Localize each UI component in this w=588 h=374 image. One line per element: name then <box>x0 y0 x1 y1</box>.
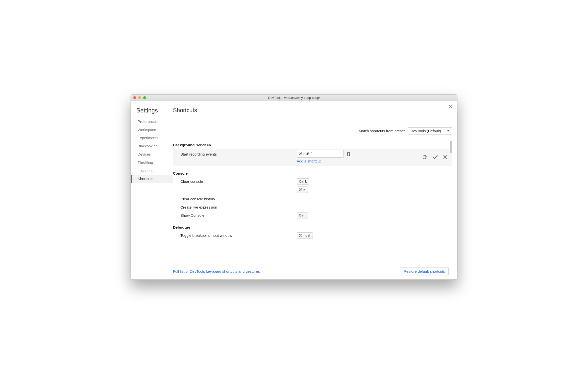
preset-row: Match shortcuts from preset DevTools (De… <box>173 117 452 141</box>
settings-main: Shortcuts Match shortcuts from preset De… <box>173 101 457 279</box>
cancel-icon[interactable] <box>443 155 447 159</box>
shortcut-label: Create live expression <box>173 204 297 209</box>
key-chip: ⌘ ⌥ B <box>297 232 313 239</box>
page-header: Shortcuts <box>173 107 452 117</box>
section-console: Console Clear console Ctrl L ⌘ K Clear c… <box>173 169 449 222</box>
key-chip: ⌘ K <box>297 187 308 193</box>
settings-panel: Settings Preferences Workspace Experimen… <box>131 101 457 279</box>
shortcut-label: Start recording events <box>173 150 297 156</box>
shortcut-row-editing: Start recording events ⌘ s ⌘ f <box>173 149 452 166</box>
shortcut-keys: Ctrl ` <box>297 212 449 218</box>
edit-actions <box>422 150 449 159</box>
shortcut-keys: ⌘ ⌥ B <box>297 232 449 239</box>
sidebar-item-experiments[interactable]: Experiments <box>131 134 173 142</box>
scrollbar[interactable] <box>450 141 452 264</box>
shortcuts-footer: Full list of DevTools keyboard shortcuts… <box>173 264 449 279</box>
preset-label: Match shortcuts from preset <box>359 129 405 133</box>
preset-select[interactable]: DevTools (Default) ▼ <box>408 127 452 134</box>
window-maximize-button[interactable] <box>143 96 146 99</box>
shortcut-label: Toggle breakpoint input window <box>173 232 297 238</box>
sidebar-item-shortcuts[interactable]: Shortcuts <box>131 175 173 183</box>
window-minimize-button[interactable] <box>138 96 141 99</box>
shortcut-label: Show Console <box>173 212 297 217</box>
section-debugger: Debugger Toggle breakpoint input window … <box>173 223 449 242</box>
page-title: Shortcuts <box>173 107 452 114</box>
shortcut-row[interactable]: Clear console Ctrl L ⌘ K <box>173 177 449 194</box>
key-chip: Ctrl ` <box>297 212 308 218</box>
shortcut-key-input[interactable]: ⌘ s ⌘ f <box>297 150 344 158</box>
sidebar-item-devices[interactable]: Devices <box>131 150 173 158</box>
shortcut-row[interactable]: Show Console Ctrl ` <box>173 211 449 220</box>
shortcut-keys: Ctrl L ⌘ K <box>297 178 449 193</box>
preset-select-value: DevTools (Default) <box>411 129 441 133</box>
section-title: Debugger <box>173 223 449 231</box>
shortcut-label: Clear console <box>173 178 297 184</box>
sidebar-title: Settings <box>131 107 173 117</box>
sidebar-item-preferences[interactable]: Preferences <box>131 117 173 126</box>
sidebar-item-blackboxing[interactable]: Blackboxing <box>131 142 173 150</box>
undo-icon[interactable] <box>422 155 427 159</box>
shortcut-row[interactable]: Create live expression <box>173 203 449 211</box>
shortcut-row[interactable]: Toggle breakpoint input window ⌘ ⌥ B <box>173 231 449 240</box>
section-title: Background Services <box>173 141 449 149</box>
trash-icon[interactable] <box>347 152 350 156</box>
devtools-window: DevTools - web.dev/why-coop-coep/ Settin… <box>131 94 457 280</box>
restore-defaults-button[interactable]: Restore default shortcuts <box>400 267 449 275</box>
add-shortcut-link[interactable]: Add a shortcut <box>297 159 321 163</box>
check-icon[interactable] <box>433 155 438 159</box>
sidebar-item-locations[interactable]: Locations <box>131 166 173 175</box>
shortcut-row[interactable]: Clear console history <box>173 194 449 203</box>
section-title: Console <box>173 169 449 177</box>
traffic-lights <box>131 96 146 99</box>
full-list-link[interactable]: Full list of DevTools keyboard shortcuts… <box>173 269 260 273</box>
close-icon[interactable] <box>448 104 453 109</box>
shortcut-edit-area: ⌘ s ⌘ f Add a shortcut <box>297 150 422 163</box>
section-background-services: Background Services Start recording even… <box>173 141 449 168</box>
key-chip: Ctrl L <box>297 178 309 185</box>
sidebar-item-throttling[interactable]: Throttling <box>131 158 173 166</box>
window-close-button[interactable] <box>133 96 136 99</box>
sidebar-item-workspace[interactable]: Workspace <box>131 126 173 134</box>
chevron-down-icon: ▼ <box>447 130 449 132</box>
scrollbar-thumb[interactable] <box>450 141 452 153</box>
window-title: DevTools - web.dev/why-coop-coep/ <box>131 96 457 100</box>
titlebar: DevTools - web.dev/why-coop-coep/ <box>131 95 457 101</box>
settings-sidebar: Settings Preferences Workspace Experimen… <box>131 101 173 279</box>
shortcuts-scroll-area: Background Services Start recording even… <box>173 141 452 264</box>
shortcut-label: Clear console history <box>173 196 297 201</box>
